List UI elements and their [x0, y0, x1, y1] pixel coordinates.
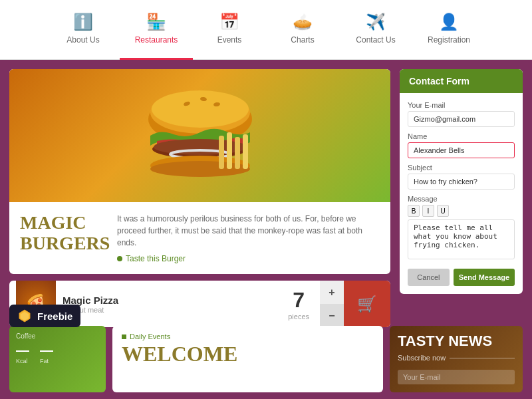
email-input[interactable]: [408, 111, 515, 127]
message-field-group: Message B I U Please tell me all what yo…: [408, 195, 515, 262]
taste-link[interactable]: Taste this Burger: [117, 254, 380, 263]
message-label: Message: [408, 195, 515, 203]
nav-restaurants[interactable]: 🏪 Restaurants: [120, 0, 193, 60]
email-field-group: Your E-mail: [408, 101, 515, 127]
underline-button[interactable]: U: [437, 205, 449, 217]
subscribe-row: Subscribe now: [398, 354, 515, 362]
burger-description-area: It was a humorously perilous business fo…: [117, 213, 380, 263]
pizza-quantity-label: pieces: [288, 313, 309, 321]
nav-registration-label: Registration: [428, 35, 470, 45]
kcal-label: Kcal: [16, 358, 29, 364]
freebie-label: Freebie: [37, 311, 72, 322]
name-label: Name: [408, 132, 515, 140]
right-panel: Contact Form Your E-mail Name Subject Me…: [400, 69, 523, 327]
info-icon: ℹ️: [73, 13, 93, 31]
send-message-button[interactable]: Send Message: [454, 269, 515, 286]
news-card: TASTY NEWS Subscribe now: [390, 326, 523, 392]
burger-info: MAGIC BURGERS It was a humorously perilo…: [9, 202, 390, 274]
dot-icon: [122, 334, 126, 339]
pizza-controls: + −: [320, 281, 344, 327]
calendar-icon: 📅: [219, 13, 239, 31]
fat-value: —: [40, 342, 53, 358]
italic-button[interactable]: I: [422, 205, 434, 217]
fat-label: Fat: [40, 358, 53, 364]
burger-image: [9, 69, 390, 202]
form-actions: Cancel Send Message: [408, 269, 515, 286]
kcal-value: —: [16, 342, 29, 358]
nav-about[interactable]: ℹ️ About Us: [47, 0, 120, 60]
sketch-icon: [17, 309, 32, 323]
format-bar: B I U: [408, 205, 515, 217]
contact-form-header: Contact Form: [400, 69, 523, 93]
nav-contact[interactable]: ✈️ Contact Us: [339, 0, 412, 60]
daily-events-label: Daily Events: [122, 332, 374, 340]
cart-icon: 🛒: [357, 295, 377, 313]
paper-plane-icon: ✈️: [366, 13, 386, 31]
burger-description: It was a humorously perilous business fo…: [117, 213, 380, 249]
email-label: Your E-mail: [408, 101, 515, 109]
subscribe-label: Subscribe now: [398, 354, 446, 362]
pizza-name-area: Magic Pizza without meat: [63, 295, 277, 314]
subscribe-line: [450, 358, 515, 358]
taste-dot-icon: [117, 256, 122, 261]
name-input[interactable]: [408, 142, 515, 158]
contact-form: Contact Form Your E-mail Name Subject Me…: [400, 69, 523, 294]
svg-point-2: [152, 90, 249, 128]
user-icon: 👤: [439, 13, 459, 31]
nav-events[interactable]: 📅 Events: [193, 0, 266, 60]
main-content: MAGIC BURGERS It was a humorously perilo…: [0, 60, 532, 327]
nav-about-label: About Us: [66, 35, 99, 45]
nav-contact-label: Contact Us: [356, 35, 395, 45]
cancel-button[interactable]: Cancel: [408, 269, 450, 286]
svg-rect-14: [243, 134, 248, 169]
nutrition-card: Coffee — Kcal — Fat: [9, 326, 106, 392]
burger-title: MAGIC BURGERS: [20, 213, 106, 263]
pizza-add-to-cart-button[interactable]: 🛒: [344, 281, 390, 327]
bottom-row: Coffee — Kcal — Fat Daily Events WELCOME…: [0, 326, 532, 392]
subject-field-group: Subject: [408, 164, 515, 190]
pizza-decrement-button[interactable]: −: [320, 304, 344, 327]
nav-events-label: Events: [217, 35, 242, 45]
navigation: ℹ️ About Us 🏪 Restaurants 📅 Events 🥧 Cha…: [0, 0, 532, 60]
news-title: TASTY NEWS: [398, 334, 515, 348]
name-field-group: Name: [408, 132, 515, 158]
burger-card: MAGIC BURGERS It was a humorously perilo…: [9, 69, 390, 274]
message-textarea[interactable]: Please tell me all what you know about f…: [408, 219, 515, 259]
events-card: Daily Events WELCOME: [112, 326, 383, 392]
svg-rect-11: [219, 136, 224, 169]
pizza-increment-button[interactable]: +: [320, 281, 344, 304]
burger-illustration: [140, 82, 260, 189]
pizza-count-area: 7 pieces: [277, 288, 320, 321]
left-panel: MAGIC BURGERS It was a humorously perilo…: [9, 69, 390, 327]
nav-registration[interactable]: 👤 Registration: [412, 0, 485, 60]
pizza-title: Magic Pizza: [63, 295, 277, 306]
nav-charts-label: Charts: [291, 35, 314, 45]
contact-form-title: Contact Form: [409, 76, 469, 86]
taste-link-label: Taste this Burger: [126, 254, 186, 263]
nav-restaurants-label: Restaurants: [135, 35, 178, 45]
burger-visual: [9, 69, 390, 202]
svg-rect-13: [235, 137, 240, 169]
pie-icon: 🥧: [293, 13, 313, 31]
pizza-subtitle: without meat: [63, 306, 277, 314]
freebie-badge: Freebie: [9, 305, 80, 327]
daily-events-text: Daily Events: [130, 332, 170, 340]
bold-button[interactable]: B: [408, 205, 420, 217]
nutrition-label: Coffee: [16, 332, 99, 340]
store-icon: 🏪: [146, 13, 166, 31]
svg-rect-12: [227, 132, 232, 169]
svg-point-7: [154, 139, 247, 155]
pizza-quantity: 7: [288, 288, 309, 313]
nav-charts[interactable]: 🥧 Charts: [266, 0, 339, 60]
subject-input[interactable]: [408, 174, 515, 190]
subject-label: Subject: [408, 164, 515, 172]
welcome-heading: WELCOME: [122, 343, 374, 364]
news-email-input[interactable]: [398, 370, 515, 384]
contact-form-body: Your E-mail Name Subject Message B I: [400, 93, 523, 294]
